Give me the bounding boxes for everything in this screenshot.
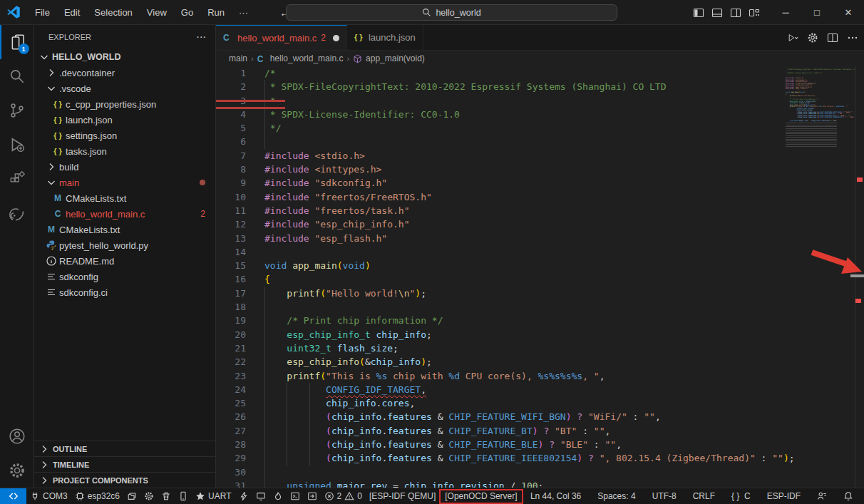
status-bar: COM3esp32c6UART20[ESP-IDF QEMU][OpenOCD …: [0, 488, 864, 504]
status-item-folder-copy-icon[interactable]: [123, 488, 140, 504]
status-item--openocd-server-[interactable]: [OpenOCD Server]: [439, 489, 523, 504]
toggle-sidebar-icon[interactable]: [693, 7, 704, 19]
tree-item[interactable]: Chello_world_main.c2: [34, 206, 215, 222]
status-item-feedback-icon[interactable]: [813, 488, 830, 504]
toggle-panel-icon[interactable]: [711, 7, 723, 19]
tree-item[interactable]: .devcontainer: [34, 65, 215, 81]
panel-outline[interactable]: OUTLINE: [34, 441, 215, 456]
status-item-device-icon[interactable]: [175, 488, 192, 504]
code-line-content: (chip_info.features & CHIP_FEATURE_BLE) …: [246, 438, 622, 451]
status-item-terminal-box-icon[interactable]: [287, 488, 304, 504]
status-item-spaces-4[interactable]: Spaces: 4: [594, 488, 639, 504]
status-item-esp32c6[interactable]: esp32c6: [71, 488, 123, 504]
customize-layout-icon[interactable]: [749, 7, 760, 19]
activity-search-icon[interactable]: [0, 59, 34, 93]
indent-guide: [309, 424, 310, 438]
code-token: features: [387, 426, 432, 436]
tree-item[interactable]: main: [34, 175, 215, 190]
menu-file[interactable]: File: [29, 5, 56, 20]
minimize-button[interactable]: ─: [770, 0, 801, 25]
tree-root[interactable]: HELLO_WORLD: [34, 49, 215, 65]
menu-go[interactable]: Go: [175, 5, 199, 20]
status-item-bolt-icon[interactable]: [235, 488, 252, 504]
breadcrumb-item[interactable]: hello_world_main.c: [270, 53, 344, 63]
tree-item[interactable]: MCMakeLists.txt: [34, 190, 215, 206]
menu-run[interactable]: Run: [202, 5, 230, 20]
line-number: 24: [216, 383, 246, 396]
status-item-ln-44-col-36[interactable]: Ln 44, Col 36: [527, 488, 585, 504]
minimap[interactable]: /* * SPDX-FileCopyrightText: 2010-2022 E…: [786, 67, 855, 147]
status-item-utf-8[interactable]: UTF-8: [649, 488, 680, 504]
cmake-icon: M: [46, 224, 57, 235]
status-item-trash-icon[interactable]: [158, 488, 175, 504]
problems-status[interactable]: 20: [321, 488, 366, 504]
menu-view[interactable]: View: [141, 5, 173, 20]
tree-item[interactable]: { }c_cpp_properties.json: [34, 96, 215, 112]
activity-settings-gear-icon[interactable]: [0, 453, 34, 488]
breadcrumb-item[interactable]: main: [229, 53, 247, 63]
code-line-content: printf("Hello world!\n");: [246, 287, 426, 300]
tree-item[interactable]: .vscode: [34, 81, 215, 96]
close-button[interactable]: ✕: [833, 0, 864, 25]
status-item-esp-idf[interactable]: ESP-IDF: [763, 488, 804, 504]
remote-indicator[interactable]: [0, 488, 26, 504]
activity-files-icon[interactable]: 1: [0, 25, 34, 59]
status-item-com3[interactable]: COM3: [26, 488, 71, 504]
run-or-debug-icon[interactable]: [787, 32, 798, 43]
status-item-uart[interactable]: UART: [192, 488, 235, 504]
maximize-button[interactable]: □: [801, 0, 833, 25]
activity-espressif-icon[interactable]: [0, 196, 34, 230]
tree-item[interactable]: { }tasks.json: [34, 143, 215, 159]
scrollbar-slider[interactable]: [850, 274, 864, 277]
menu-edit[interactable]: Edit: [58, 5, 86, 20]
tree-item[interactable]: sdkconfig.ci: [34, 284, 215, 300]
tree-item[interactable]: { }launch.json: [34, 112, 215, 128]
tree-item[interactable]: MCMakeLists.txt: [34, 222, 215, 237]
code-token: ): [566, 411, 572, 422]
device-icon: [178, 491, 188, 501]
code-line-content: /*: [246, 66, 276, 80]
tree-item[interactable]: sdkconfig: [34, 269, 215, 284]
gear-icon[interactable]: [807, 32, 818, 43]
code-editor[interactable]: 1/*2 * SPDX-FileCopyrightText: 2010-2022…: [216, 66, 864, 488]
explorer-title: EXPLORER: [48, 33, 91, 41]
tree-item[interactable]: { }settings.json: [34, 128, 215, 143]
tree-item[interactable]: build: [34, 159, 215, 175]
indent-guide: [264, 328, 265, 341]
menu-moremoremore[interactable]: ···: [233, 5, 254, 20]
code-line: 11#include "freertos/task.h": [216, 204, 864, 217]
modified-dot[interactable]: [333, 35, 339, 41]
indent-guide: [264, 383, 265, 396]
status-item-flame-icon[interactable]: [269, 488, 287, 504]
tree-item[interactable]: README.md: [34, 253, 215, 269]
activity-run-debug-icon[interactable]: [0, 128, 34, 162]
status-item--esp-idf-qemu-[interactable]: [ESP-IDF QEMU]: [366, 488, 439, 504]
more-actions-icon[interactable]: [847, 32, 858, 43]
explorer-more-actions[interactable]: ···: [197, 33, 207, 41]
panel-timeline[interactable]: TIMELINE: [34, 456, 215, 472]
minimap-error-line: [216, 100, 285, 102]
code-token: "sdkconfig.h": [314, 178, 387, 188]
status-item-c[interactable]: { }C: [728, 488, 754, 504]
menu-selection[interactable]: Selection: [88, 5, 138, 20]
breadcrumb-item[interactable]: app_main(void): [366, 53, 425, 63]
command-center-search[interactable]: hello_world: [286, 4, 617, 21]
status-item-monitor-icon[interactable]: [252, 488, 269, 504]
status-item-crlf[interactable]: CRLF: [689, 488, 719, 504]
activity-source-control-icon[interactable]: [0, 93, 34, 128]
tab-launch.json[interactable]: { }launch.json: [347, 25, 423, 50]
tab-hello_world_main.c[interactable]: Chello_world_main.c2: [216, 25, 347, 50]
panel-project-components[interactable]: PROJECT COMPONENTS: [34, 472, 215, 488]
code-token: esp_chip_info: [287, 356, 359, 367]
code-token: [331, 343, 337, 354]
status-item-deploy-box-icon[interactable]: [304, 488, 321, 504]
status-label: CRLF: [693, 491, 715, 501]
split-editor-icon[interactable]: [827, 32, 838, 43]
status-item-bell-icon[interactable]: [840, 488, 857, 504]
activity-extensions-icon[interactable]: [0, 162, 34, 196]
toggle-secondary-sidebar-icon[interactable]: [730, 7, 741, 19]
chevron-right-icon: [46, 67, 57, 78]
tree-item[interactable]: pytest_hello_world.py: [34, 237, 215, 253]
status-item-gear-icon[interactable]: [140, 488, 158, 504]
activity-account-icon[interactable]: [0, 419, 34, 453]
